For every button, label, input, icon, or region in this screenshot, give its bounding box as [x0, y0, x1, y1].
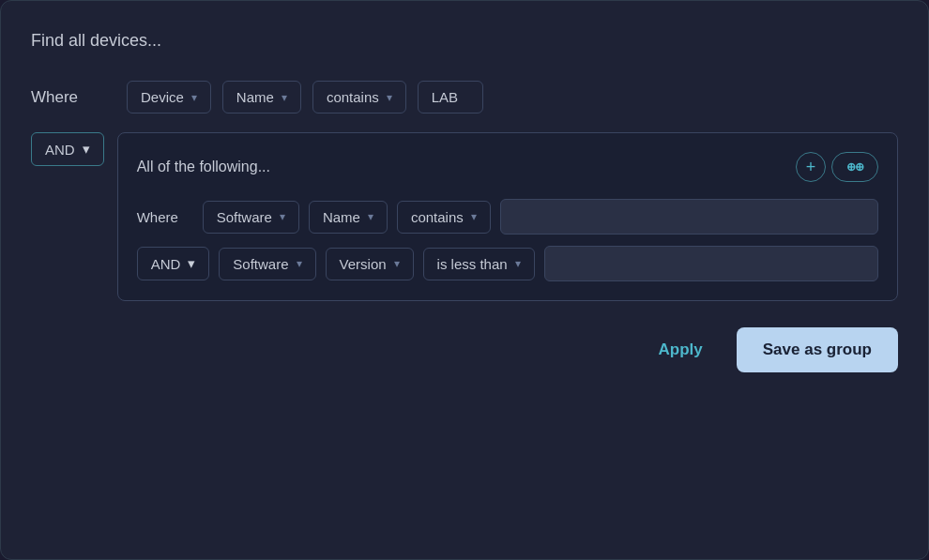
inner-version-label-2: Version — [340, 256, 387, 272]
apply-button[interactable]: Apply — [640, 329, 722, 371]
and-chevron-icon: ▾ — [83, 141, 90, 158]
inner-software-field-dropdown-2[interactable]: Software ▾ — [219, 248, 315, 280]
inner-value-input-2[interactable] — [544, 246, 878, 281]
inner-operator-chevron-2: ▾ — [515, 257, 521, 270]
inner-where-label-1: Where — [137, 209, 193, 225]
inner-and-label: AND — [151, 256, 181, 272]
inner-operator-dropdown-2[interactable]: is less than ▾ — [423, 248, 535, 280]
and-operator-button[interactable]: AND ▾ — [31, 132, 104, 166]
device-field-chevron-icon: ▾ — [191, 91, 197, 104]
plus-icon: + — [806, 158, 816, 177]
operator-label: contains — [327, 89, 379, 105]
inner-version-dropdown-2[interactable]: Version ▾ — [326, 248, 414, 280]
name-field-dropdown[interactable]: Name ▾ — [222, 81, 301, 114]
group-header-label: All of the following... — [137, 159, 270, 175]
find-all-label: Find all devices... — [31, 31, 898, 51]
add-group-button[interactable]: ⊕⊕ — [831, 152, 878, 182]
group-box: All of the following... + ⊕⊕ Where Softw… — [117, 132, 898, 301]
inner-operator-label-2: is less than — [437, 256, 508, 272]
inner-software-chevron-1: ▾ — [280, 210, 285, 223]
double-plus-icon: ⊕⊕ — [846, 160, 863, 174]
inner-name-dropdown-1[interactable]: Name ▾ — [309, 201, 388, 234]
inner-name-label-1: Name — [323, 209, 360, 225]
inner-version-chevron-2: ▾ — [394, 257, 400, 270]
inner-filter-row-1: Where Software ▾ Name ▾ contains ▾ — [137, 199, 878, 235]
footer: Apply Save as group — [31, 327, 898, 372]
device-field-label: Device — [141, 89, 184, 105]
name-field-label: Name — [236, 89, 274, 105]
save-as-group-button[interactable]: Save as group — [737, 327, 898, 372]
group-actions: + ⊕⊕ — [796, 152, 878, 182]
operator-chevron-icon: ▾ — [387, 91, 392, 104]
inner-value-input-1[interactable] — [500, 199, 878, 235]
group-header: All of the following... + ⊕⊕ — [137, 152, 878, 182]
and-group-row: AND ▾ All of the following... + ⊕⊕ Where — [31, 132, 898, 301]
inner-software-label-1: Software — [217, 209, 272, 225]
filter-value-display: LAB — [418, 81, 483, 114]
inner-and-button[interactable]: AND ▾ — [137, 247, 210, 280]
inner-operator-dropdown-1[interactable]: contains ▾ — [397, 201, 491, 234]
inner-name-chevron-1: ▾ — [368, 210, 373, 223]
top-where-label: Where — [31, 88, 115, 107]
inner-operator-chevron-1: ▾ — [471, 210, 477, 223]
inner-software-chevron-2: ▾ — [297, 257, 302, 270]
inner-and-chevron-icon: ▾ — [188, 255, 195, 272]
operator-dropdown[interactable]: contains ▾ — [312, 81, 406, 114]
name-field-chevron-icon: ▾ — [282, 91, 287, 104]
device-field-dropdown[interactable]: Device ▾ — [127, 81, 211, 114]
top-filter-row: Where Device ▾ Name ▾ contains ▾ LAB — [31, 81, 898, 114]
inner-operator-label-1: contains — [411, 209, 464, 225]
add-condition-button[interactable]: + — [796, 152, 826, 182]
filter-modal: Find all devices... Where Device ▾ Name … — [0, 0, 929, 560]
and-operator-label: AND — [45, 142, 75, 158]
inner-software-field-dropdown-1[interactable]: Software ▾ — [203, 201, 299, 234]
inner-filter-row-2: AND ▾ Software ▾ Version ▾ is less than … — [137, 246, 878, 281]
inner-software-label-2: Software — [233, 256, 288, 272]
